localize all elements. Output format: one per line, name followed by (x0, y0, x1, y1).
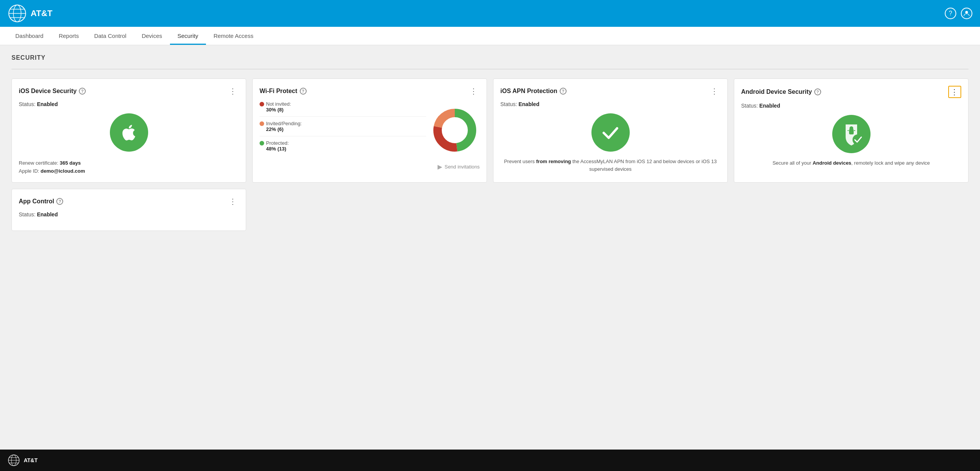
android-description: Secure all of your Android devices, remo… (741, 159, 961, 167)
send-invitations-button[interactable]: ▶ Send invitations (260, 163, 480, 170)
apn-status-value: Enabled (518, 101, 539, 107)
nav-devices[interactable]: Devices (134, 28, 170, 45)
svg-point-11 (849, 126, 853, 130)
ios-apn-card: iOS APN Protection ? ⋮ Status: Enabled P… (493, 78, 728, 183)
ios-card-title: iOS Device Security ? (19, 88, 86, 95)
apn-help-icon[interactable]: ? (560, 88, 567, 95)
ios-status: Status: Enabled (19, 101, 239, 107)
footer: AT&T (0, 450, 980, 471)
cards-row-bottom: App Control ? ⋮ Status: Enabled (11, 189, 969, 231)
donut-chart (430, 105, 480, 155)
send-icon: ▶ (438, 163, 442, 170)
wifi-protect-card: Wi-Fi Protect ? ⋮ Not invited: 30% (8) (252, 78, 487, 183)
android-icon (832, 115, 871, 153)
ios-help-icon[interactable]: ? (79, 88, 86, 95)
footer-globe-icon (8, 454, 20, 466)
apn-status: Status: Enabled (500, 101, 720, 107)
wifi-card-menu[interactable]: ⋮ (468, 86, 480, 96)
brand-logo: AT&T (8, 4, 52, 23)
app-control-help-icon[interactable]: ? (56, 198, 63, 205)
ios-device-security-card: iOS Device Security ? ⋮ Status: Enabled (11, 78, 246, 183)
apn-card-header: iOS APN Protection ? ⋮ (500, 86, 720, 96)
user-button[interactable] (961, 8, 972, 19)
apn-description: Prevent users from removing the AccessMy… (500, 158, 720, 173)
apn-card-menu[interactable]: ⋮ (709, 86, 720, 96)
nav-remote-access[interactable]: Remote Access (206, 28, 261, 45)
app-control-menu[interactable]: ⋮ (227, 196, 239, 207)
ios-card-menu[interactable]: ⋮ (227, 86, 239, 96)
header: AT&T ? (0, 0, 980, 27)
att-globe-icon (8, 4, 27, 23)
page-title: SECURITY (11, 54, 969, 61)
android-card-menu[interactable]: ⋮ (948, 86, 961, 98)
app-control-status: Status: Enabled (19, 211, 239, 218)
nav-reports[interactable]: Reports (51, 28, 87, 45)
help-button[interactable]: ? (945, 8, 956, 19)
app-control-title: App Control ? (19, 198, 63, 205)
ios-card-header: iOS Device Security ? ⋮ (19, 86, 239, 96)
apn-checkmark-icon (591, 113, 630, 152)
divider (11, 69, 969, 69)
app-control-card: App Control ? ⋮ Status: Enabled (11, 189, 246, 231)
ios-status-value: Enabled (37, 101, 57, 107)
footer-brand: AT&T (24, 457, 38, 463)
app-control-header: App Control ? ⋮ (19, 196, 239, 207)
android-card-title: Android Device Security ? (741, 88, 821, 95)
main-content: SECURITY iOS Device Security ? ⋮ Status:… (0, 45, 980, 450)
apn-card-title: iOS APN Protection ? (500, 88, 567, 95)
wifi-card-body: Not invited: 30% (8) Invited/Pending: 22… (260, 101, 480, 159)
wifi-legend: Not invited: 30% (8) Invited/Pending: 22… (260, 101, 426, 159)
invited-dot (260, 121, 264, 126)
wifi-card-title: Wi-Fi Protect ? (260, 88, 307, 95)
apple-icon (110, 113, 148, 152)
nav-dashboard[interactable]: Dashboard (8, 28, 51, 45)
cards-row-top: iOS Device Security ? ⋮ Status: Enabled (11, 78, 969, 183)
nav-data-control[interactable]: Data Control (87, 28, 134, 45)
protected-dot (260, 141, 264, 146)
svg-point-5 (965, 11, 968, 14)
svg-point-14 (853, 134, 863, 145)
legend-invited: Invited/Pending: 22% (6) (260, 121, 426, 136)
android-security-card: Android Device Security ? ⋮ Status: Enab… (734, 78, 969, 183)
not-invited-value: 30% (8) (266, 107, 426, 113)
invited-value: 22% (6) (266, 126, 426, 132)
nav-bar: Dashboard Reports Data Control Devices S… (0, 27, 980, 45)
ios-renew-value: 365 days (60, 160, 81, 166)
android-help-icon[interactable]: ? (814, 88, 821, 95)
wifi-card-header: Wi-Fi Protect ? ⋮ (260, 86, 480, 96)
app-control-status-value: Enabled (37, 211, 57, 218)
brand-name: AT&T (31, 8, 52, 18)
svg-point-9 (444, 119, 466, 141)
android-card-header: Android Device Security ? ⋮ (741, 86, 961, 98)
legend-not-invited: Not invited: 30% (8) (260, 101, 426, 117)
android-status: Status: Enabled (741, 103, 961, 109)
wifi-help-icon[interactable]: ? (300, 88, 307, 95)
not-invited-dot (260, 102, 264, 106)
android-status-value: Enabled (759, 103, 780, 109)
nav-security[interactable]: Security (170, 28, 206, 45)
ios-apple-id-value: demo@icloud.com (41, 168, 85, 174)
protected-value: 48% (13) (266, 146, 426, 152)
legend-protected: Protected: 48% (13) (260, 140, 426, 155)
ios-footer-info: Renew certificate: 365 days Apple ID: de… (19, 159, 239, 175)
ios-icon-container (19, 113, 239, 152)
header-icons: ? (945, 8, 972, 19)
